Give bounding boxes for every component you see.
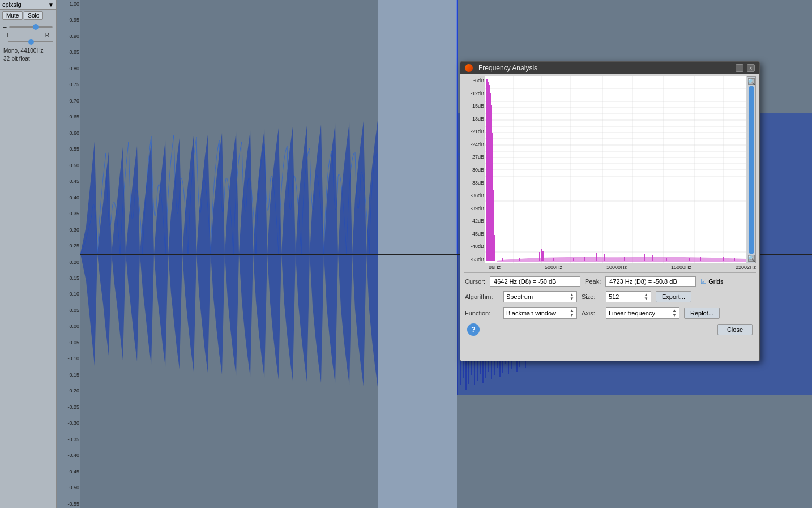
svg-rect-76 [652, 255, 653, 261]
freq-close-button[interactable]: × [747, 64, 755, 72]
solo-button[interactable]: Solo [24, 11, 43, 20]
algorithm-arrow: ▲▼ [570, 293, 574, 301]
svg-rect-57 [492, 133, 493, 261]
y-axis-label: -0.35 [58, 437, 79, 442]
pan-slider-thumb[interactable] [28, 39, 34, 45]
x-label-1: 86Hz [489, 264, 501, 270]
y-axis-label: 0.90 [58, 33, 79, 39]
y-axis-label: 0.20 [58, 259, 79, 265]
bottom-row: ? Close [460, 321, 759, 338]
zoom-scroll-track[interactable] [749, 86, 754, 254]
y-axis-label: 0.25 [58, 243, 79, 249]
svg-rect-81 [712, 258, 712, 261]
axis-label: Axis: [582, 310, 601, 317]
y-axis: 1.000.950.900.850.800.750.700.650.600.55… [57, 0, 80, 508]
axis-value: Linear frequency [609, 310, 655, 317]
svg-rect-74 [624, 257, 625, 261]
peak-value: 4723 Hz (D8) = -50.8 dB [605, 276, 696, 287]
export-button[interactable]: Export... [656, 291, 691, 302]
track-collapse-icon[interactable]: ▼ [48, 2, 54, 8]
chart-y-label: -18dB [465, 116, 484, 122]
svg-rect-56 [491, 105, 492, 261]
divider-1 [464, 272, 756, 273]
zoom-out-button[interactable]: 🔍 [748, 255, 755, 262]
gain-slider-row: – [3, 24, 53, 30]
y-axis-label: -0.45 [58, 469, 79, 475]
svg-rect-73 [613, 258, 613, 261]
y-axis-label: -0.55 [58, 501, 79, 507]
svg-rect-67 [519, 258, 520, 261]
close-button[interactable]: Close [717, 324, 753, 335]
svg-rect-75 [644, 254, 645, 261]
y-axis-label: 0.45 [58, 178, 79, 184]
y-axis-label: 0.60 [58, 130, 79, 136]
gain-slider-thumb[interactable] [33, 24, 39, 30]
svg-rect-77 [666, 258, 667, 261]
track-info-line2: 32-bit float [3, 55, 53, 63]
left-panel: cplxsig ▼ Mute Solo – L R Mono, 44100Hz … [0, 0, 57, 508]
algorithm-select[interactable]: Spectrum ▲▼ [503, 291, 577, 302]
zoom-in-button[interactable]: 🔍 [748, 78, 755, 85]
y-axis-label: -0.40 [58, 452, 79, 458]
svg-rect-71 [573, 258, 574, 261]
svg-rect-82 [723, 257, 724, 261]
y-axis-label: -0.15 [58, 372, 79, 378]
y-axis-label: 0.05 [58, 308, 79, 313]
freq-minimize-button[interactable]: □ [736, 64, 743, 72]
function-select[interactable]: Blackman window ▲▼ [503, 307, 577, 318]
zoom-scroll[interactable]: 🔍 🔍 [747, 76, 756, 263]
svg-rect-68 [528, 257, 528, 261]
cursor-value: 4642 Hz (D8) = -50 dB [490, 276, 580, 287]
y-axis-label: 0.75 [58, 82, 79, 87]
mute-button[interactable]: Mute [2, 11, 23, 20]
chart-svg [485, 76, 746, 263]
freq-titlebar: Frequency Analysis □ × [460, 62, 759, 74]
y-axis-label: -0.25 [58, 404, 79, 410]
gain-slider-track[interactable] [9, 26, 53, 28]
chart-y-label: -53dB [465, 257, 484, 262]
track-header: cplxsig ▼ [0, 0, 56, 10]
grids-check[interactable]: ☑ Grids [700, 278, 723, 285]
pan-slider-row [3, 41, 53, 42]
algorithm-row: Algorithm: Spectrum ▲▼ Size: 512 ▲▼ Expo… [460, 289, 759, 305]
help-button[interactable]: ? [467, 323, 480, 336]
y-axis-label: 1.00 [58, 1, 79, 7]
size-arrow: ▲▼ [644, 293, 648, 301]
y-axis-label: 0.85 [58, 49, 79, 55]
function-row: Function: Blackman window ▲▼ Axis: Linea… [460, 305, 759, 321]
x-label-4: 15000Hz [671, 264, 691, 270]
size-select[interactable]: 512 ▲▼ [606, 291, 651, 302]
track-name: cplxsig [2, 1, 22, 8]
y-axis-label: -0.50 [58, 485, 79, 490]
track-info: Mono, 44100Hz 32-bit float [0, 45, 56, 65]
chart-y-labels: -6dB-12dB-15dB-18dB-21dB-24dB-27dB-30dB-… [464, 76, 485, 263]
track-info-line1: Mono, 44100Hz [3, 47, 53, 55]
replot-button[interactable]: Replot... [684, 308, 720, 319]
chart-y-label: -39dB [465, 206, 484, 211]
y-axis-label: 0.10 [58, 291, 79, 297]
y-axis-label: 0.35 [58, 211, 79, 216]
chart-y-label: -30dB [465, 167, 484, 173]
chart-y-label: -36dB [465, 193, 484, 198]
y-axis-label: 0.30 [58, 227, 79, 233]
size-label: Size: [582, 293, 601, 300]
svg-rect-65 [502, 258, 503, 261]
algorithm-label: Algorithm: [465, 293, 499, 300]
svg-rect-55 [490, 93, 491, 261]
peak-label: Peak: [585, 278, 601, 285]
chart-area[interactable] [485, 76, 746, 263]
gain-section: – L R [0, 22, 56, 45]
freq-title: Frequency Analysis [478, 64, 537, 72]
grids-label: Grids [708, 278, 723, 285]
pan-slider-track[interactable] [8, 41, 53, 42]
function-value: Blackman window [506, 310, 556, 317]
axis-select[interactable]: Linear frequency ▲▼ [606, 307, 679, 318]
y-axis-label: 0.15 [58, 275, 79, 281]
axis-arrow: ▲▼ [672, 309, 677, 317]
function-arrow: ▲▼ [570, 309, 574, 317]
y-axis-label: 0.00 [58, 323, 79, 329]
lr-right-label: R [45, 32, 49, 39]
chart-y-label: -6dB [465, 78, 484, 83]
y-axis-label: 0.50 [58, 163, 79, 168]
x-label-3: 10000Hz [606, 264, 627, 270]
